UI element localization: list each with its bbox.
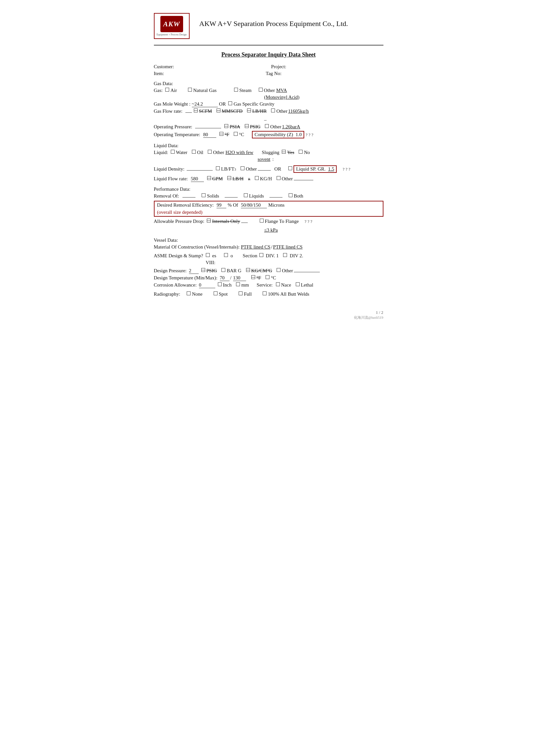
div1-label: DIV. 1: [266, 253, 279, 259]
psia-checkbox[interactable]: [224, 124, 228, 128]
natural-gas-label: Natural Gas: [193, 88, 217, 93]
kg-cm2g-checkbox[interactable]: [246, 268, 250, 272]
gas-sg-cb: Gas Specific Gravity: [228, 101, 274, 107]
scfm-checkbox[interactable]: [194, 109, 198, 112]
other-density-checkbox[interactable]: [241, 166, 244, 170]
liquid-density-row: Liquid Density: LB/FT3 Other OR Liquid S…: [154, 165, 384, 173]
sp-gr-box: Liquid SP. GR. 1.5: [294, 165, 337, 173]
other-dp-checkbox[interactable]: [277, 268, 280, 272]
item-label: Item:: [154, 71, 164, 76]
other-pressure-checkbox[interactable]: [265, 124, 269, 128]
lb-h-checkbox[interactable]: [227, 176, 231, 180]
item-row: Item: Tag No:: [154, 71, 384, 76]
all-butt-checkbox[interactable]: [263, 291, 267, 295]
fahrenheit-checkbox[interactable]: [220, 132, 224, 136]
bar-g-label: BAR G: [227, 268, 241, 274]
natural-gas-checkbox[interactable]: [188, 88, 192, 92]
inch-cb: Inch: [218, 282, 232, 288]
none-label: None: [192, 291, 203, 297]
oil-checkbox[interactable]: [192, 150, 196, 154]
liquid-data-title: Liquid Data:: [154, 143, 384, 149]
div2-checkbox[interactable]: [283, 253, 287, 257]
mmscfd-label: MMSCFD: [222, 109, 242, 114]
fahrenheit-dt-checkbox[interactable]: [251, 275, 255, 279]
other-gas-label: Other: [264, 88, 275, 93]
flange-flange-label: Flange To Flange: [265, 219, 299, 224]
psig-pressure-checkbox[interactable]: [245, 124, 249, 128]
slugging-yes-checkbox[interactable]: [282, 150, 286, 154]
other-dp-label: Other: [282, 268, 293, 274]
other-pressure-val: 1.26barA: [282, 124, 300, 129]
internals-only-checkbox[interactable]: [207, 219, 211, 223]
logo: AKW Equipment + Process Design: [154, 13, 189, 39]
both-checkbox[interactable]: [289, 193, 293, 197]
slugging-no-checkbox[interactable]: [299, 150, 303, 154]
bar-g-checkbox[interactable]: [222, 268, 225, 272]
liquids-checkbox[interactable]: [244, 193, 248, 197]
lb-ft-sub: 3: [234, 168, 236, 171]
asme-yes-checkbox[interactable]: [206, 253, 210, 257]
other-liquid-checkbox[interactable]: [208, 150, 212, 154]
spot-label: Spot: [219, 291, 228, 297]
liquid-type-row: Liquid: Water Oil Other H2O with few Slu…: [154, 150, 384, 155]
kg-h-checkbox[interactable]: [255, 176, 259, 180]
steam-checkbox[interactable]: [234, 88, 238, 92]
section-label: Section: [243, 253, 258, 259]
company-name: AKW A+V Separation Process Equipment Co.…: [199, 20, 348, 28]
inch-checkbox[interactable]: [218, 282, 222, 286]
lethal-checkbox[interactable]: [296, 282, 300, 286]
other-dp-cb: Other: [277, 268, 321, 274]
mm-cb: mm: [236, 282, 249, 288]
sp-gr-checkbox[interactable]: [288, 166, 292, 170]
nace-label: Nace: [281, 282, 291, 288]
psig-dp-checkbox[interactable]: [201, 268, 205, 272]
logo-sub: Equipment + Process Design: [156, 33, 187, 36]
spot-checkbox[interactable]: [214, 291, 218, 295]
liquid-flow-val: 580: [191, 176, 204, 182]
lb-hr-checkbox[interactable]: [247, 109, 251, 112]
gas-sg-checkbox[interactable]: [228, 101, 232, 105]
bar-g-cb: BAR G: [222, 268, 241, 274]
water-label: Water: [176, 150, 187, 155]
other-liquid-cb-item: Other H2O with few: [208, 150, 253, 155]
flange-flange-checkbox[interactable]: [260, 219, 264, 223]
mm-checkbox[interactable]: [236, 282, 240, 286]
divider: [154, 45, 384, 45]
full-checkbox[interactable]: [239, 291, 242, 295]
or1: OR: [219, 101, 226, 107]
celsius-checkbox[interactable]: [234, 132, 238, 136]
div1-checkbox[interactable]: [260, 253, 263, 257]
other-gas-checkbox[interactable]: [259, 88, 263, 92]
asme-no-checkbox[interactable]: [224, 253, 228, 257]
efficiency-row: Desired Removal Efficiency: 99 % Of 50/8…: [157, 202, 380, 208]
op-temp-val: 80: [203, 132, 216, 138]
gpm-checkbox[interactable]: [207, 176, 211, 180]
liquid-density-label: Liquid Density:: [154, 166, 185, 172]
psig-pressure-label: PSIG: [250, 124, 261, 130]
slugging-no-cb: No: [299, 150, 310, 155]
other-lf-checkbox[interactable]: [277, 176, 280, 180]
ca-val: 0: [199, 282, 215, 288]
water-cb-item: Water: [171, 150, 187, 155]
mole-weight-label: Gas Mole Weight :: [154, 101, 190, 107]
all-butt-cb: 100% All Butt Welds: [263, 291, 309, 297]
gpm-label: GPM: [212, 176, 223, 182]
nace-checkbox[interactable]: [276, 282, 280, 286]
none-cb: None: [187, 291, 203, 297]
none-checkbox[interactable]: [187, 291, 190, 295]
air-checkbox[interactable]: [165, 88, 169, 92]
gpm-cb: GPM: [207, 176, 223, 182]
header: AKW Equipment + Process Design AKW A+V S…: [154, 13, 384, 39]
flow-dash-row: –: [264, 117, 384, 123]
efficiency-pct: 99: [217, 202, 226, 208]
fahrenheit-label: °F: [225, 132, 229, 137]
lb-ft-checkbox[interactable]: [216, 166, 220, 170]
other-liquid-val2: sovent: [258, 156, 270, 162]
water-checkbox[interactable]: [171, 150, 175, 154]
other-flow-checkbox[interactable]: [271, 109, 275, 112]
solids-label: Solids: [207, 193, 219, 199]
ftf-val: ≤3 kPa: [264, 227, 278, 233]
mmscfd-checkbox[interactable]: [217, 109, 221, 112]
solids-checkbox[interactable]: [202, 193, 206, 197]
celsius-dt-checkbox[interactable]: [266, 275, 269, 279]
